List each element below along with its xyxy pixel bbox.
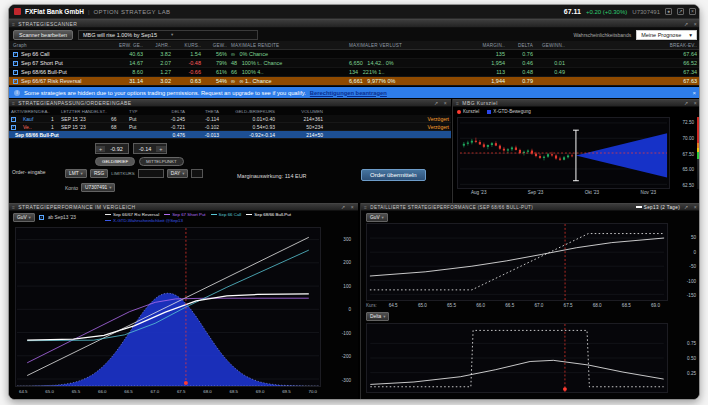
col-erw[interactable]: ERW. GE..	[109, 43, 145, 48]
limit-price-label: LIMITKURS	[111, 171, 134, 176]
leg-bidask: 0.01×0.40	[219, 116, 275, 122]
close-icon[interactable]: ×	[693, 21, 698, 27]
col-max-verlust[interactable]: MAXIMALER VERLUST	[347, 43, 465, 48]
y-tick: -50	[689, 264, 696, 269]
route-button[interactable]: RSG	[90, 169, 108, 178]
limit-price-input[interactable]	[138, 169, 164, 178]
verlust-value: 6,661 9,977% 0%	[347, 78, 465, 84]
close-icon[interactable]: ×	[692, 90, 696, 96]
menu-icon[interactable]: ≡	[364, 204, 367, 210]
col-gewinn[interactable]: GEWINN..	[535, 43, 567, 48]
y-tick: 0.25	[687, 371, 696, 376]
kurs-value: -0.66	[173, 69, 203, 75]
expand-icon[interactable]: ↗	[683, 100, 690, 106]
col-max-rendite[interactable]: MAXIMALE RENDITE	[229, 43, 347, 48]
scan-selector[interactable]: MBG will rise 1.00% by Sep15 ▾	[78, 30, 258, 40]
chevron-down-icon: ▾	[382, 215, 384, 220]
strategy-row[interactable]: ✓Sep 67 Short Put 14.67 2.07 -0.48 79% 4…	[9, 59, 700, 68]
menu-icon[interactable]: ≡	[12, 21, 15, 27]
jaehr-value: 2.07	[145, 60, 173, 66]
gewinn-value: 0.01	[535, 60, 567, 66]
y-tick: 0	[348, 307, 351, 312]
step-up-icon[interactable]: +	[96, 146, 105, 152]
checkbox-checked-icon[interactable]: ✓	[39, 215, 44, 220]
erw-value: 8.60	[109, 69, 145, 75]
step-up-icon[interactable]: +	[156, 146, 165, 152]
desktop: FXFlat Bank GmbH | OPTION STRATEGY LAB 6…	[0, 0, 708, 405]
price-mode-pills: GELD/BRIEF MITTELPUNKT	[95, 157, 184, 166]
tif-select[interactable]: DAY▾	[167, 169, 189, 178]
combo-volume: 214×50	[275, 132, 323, 138]
checkbox-checked-icon[interactable]: ✓	[11, 117, 16, 122]
strategy-row[interactable]: ✓Sep 68/66 Bull-Put 8.60 1.27 -0.66 61% …	[9, 68, 700, 77]
expand-icon[interactable]: ↗	[683, 21, 690, 27]
checkbox-checked-icon[interactable]: ✓	[13, 70, 18, 75]
pct-value: 61%	[203, 69, 229, 75]
geld-brief-pill[interactable]: GELD/BRIEF	[95, 157, 135, 166]
close-icon[interactable]: ×	[689, 8, 696, 15]
request-permissions-link[interactable]: Berechtigungen beantragen	[310, 90, 387, 96]
pct-value: 54%	[203, 78, 229, 84]
jaehr-value: 3.82	[145, 51, 173, 57]
popout-icon[interactable]: ↗	[677, 8, 684, 15]
strategy-row[interactable]: ✓Sep 66 Call 40.63 3.82 1.54 56% ∞ 0% Ch…	[9, 50, 700, 59]
probability-bands-select[interactable]: Meine Prognose ▾	[636, 30, 697, 40]
vergleich-title: STRATEGIEPERFORMANCE IM VERGLEICH	[18, 204, 135, 210]
combo-row[interactable]: Sep 68/66 Bull-Put 0.476 -0.013 -0.92×-0…	[9, 131, 451, 139]
expand-icon[interactable]: ↗	[340, 204, 347, 210]
erw-value: 40.63	[109, 51, 145, 57]
menu-icon[interactable]: ≡	[12, 100, 15, 106]
col-graph[interactable]: Graph	[11, 43, 109, 48]
col-jaehr[interactable]: JÄHR..	[145, 43, 173, 48]
bottom-section: ≡ STRATEGIEPERFORMANCE IM VERGLEICH ↗ × …	[9, 203, 700, 400]
chevron-down-icon: ▾	[383, 314, 385, 319]
menu-icon[interactable]: ≡	[456, 100, 459, 106]
close-icon[interactable]: ×	[443, 100, 448, 106]
order-type-select[interactable]: LMT▾	[65, 169, 87, 178]
col-margin[interactable]: MARGIN..	[465, 43, 507, 48]
col-gew[interactable]: GEW..	[203, 43, 229, 48]
delta-select[interactable]: Delta▾	[366, 312, 389, 321]
close-icon[interactable]: ×	[693, 100, 698, 106]
vergleich-y-axis: 300 200 100 0 -100 -200 -300	[323, 227, 353, 387]
y-tick: 0	[693, 249, 696, 254]
mittelpunkt-pill[interactable]: MITTELPUNKT	[139, 157, 184, 166]
guv-select[interactable]: GuV▾	[13, 213, 35, 222]
close-icon[interactable]: ×	[350, 204, 355, 210]
checkbox-checked-icon[interactable]: ✓	[13, 79, 18, 84]
x-tick: Nov '23	[641, 190, 656, 195]
submit-order-button[interactable]: Order übermitteln	[361, 169, 426, 181]
menu-icon[interactable]: ≡	[12, 204, 15, 210]
col-geld-brief: GELD-/BRIEFKURS	[219, 109, 275, 114]
pin-icon[interactable]: ●	[665, 8, 672, 15]
leg-status: Verzögert	[323, 116, 449, 122]
col-delta[interactable]: DELTA	[507, 43, 535, 48]
kurs-label: Kurs:	[366, 303, 377, 308]
kurs-value: -0.48	[173, 60, 203, 66]
col-breakeven[interactable]: BREAK-EV..	[567, 43, 699, 48]
extra-option-box[interactable]	[191, 169, 203, 178]
order-leg-row[interactable]: ✓ Ve.. 1 SEP 15 '23 68 Put -0.721 -0.102…	[9, 123, 451, 131]
leg-status: Verzögert	[323, 124, 449, 130]
ask-price-stepper[interactable]: -0.14 +	[133, 143, 167, 154]
close-icon[interactable]: ×	[693, 204, 698, 210]
expand-icon[interactable]: ↗	[433, 100, 440, 106]
order-leg-row[interactable]: ✓ Kauf 1 SEP 15 '23 66 Put -0.245 -0.114…	[9, 115, 451, 123]
bid-price-stepper[interactable]: + -0.92	[95, 143, 129, 154]
verlust-value: 134 221% 1..	[347, 69, 465, 75]
delta-value: 0.79	[507, 78, 535, 84]
checkbox-checked-icon[interactable]: ✓	[11, 125, 16, 130]
kurs-value: 1.54	[173, 51, 203, 57]
edit-scanner-button[interactable]: Scanner bearbeiten	[13, 30, 73, 40]
combo-name: Sep 68/66 Bull-Put	[11, 132, 151, 138]
expand-icon[interactable]: ↗	[683, 204, 690, 210]
konto-select[interactable]: U7307491▾	[81, 183, 115, 192]
checkbox-checked-icon[interactable]: ✓	[13, 52, 18, 57]
info-icon: i	[14, 90, 20, 96]
order-table-header: AKTIVIEREN/DEA.. LETZTER HANDELST.. TYP …	[9, 108, 451, 115]
col-kurs[interactable]: KURS..	[173, 43, 203, 48]
strategy-row-selected[interactable]: ✓Sep 66/67 Risk Reversal 31.14 3.02 0.63…	[9, 77, 700, 86]
checkbox-checked-icon[interactable]: ✓	[13, 61, 18, 66]
guv-select[interactable]: GuV▾	[366, 213, 388, 222]
konto-label: Konto	[65, 185, 78, 191]
